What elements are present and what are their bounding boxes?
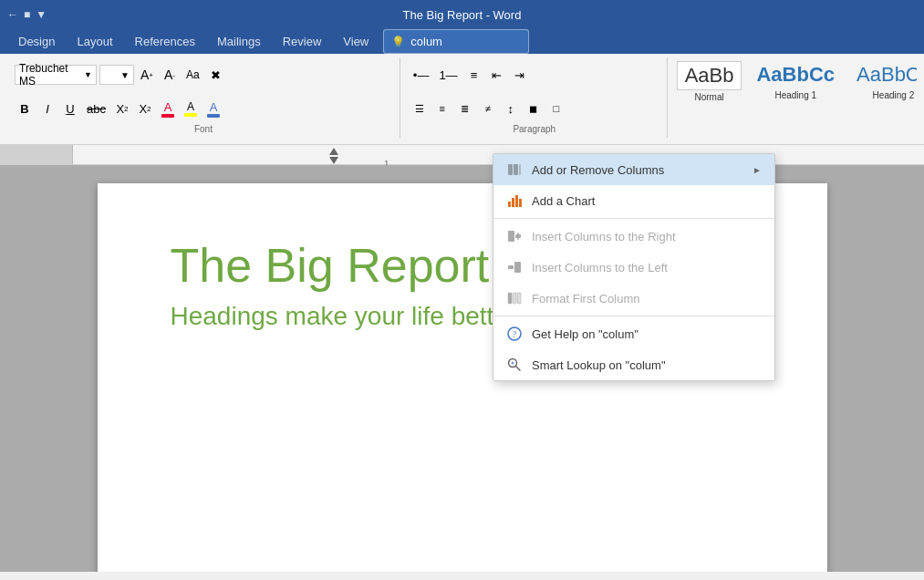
- font-name-selector[interactable]: Trebuchet MS ▼: [15, 65, 97, 85]
- styles-preview: AaBb Normal AaBbCc Heading 1 AaBbCc Head…: [670, 57, 917, 138]
- align-left-button[interactable]: ☰: [410, 98, 430, 119]
- style-normal[interactable]: AaBb Normal: [677, 61, 742, 102]
- ribbon: Trebuchet MS ▼ ▼ A+ A- Aa ✖ B I U abc X2…: [0, 54, 924, 145]
- svg-rect-12: [508, 265, 514, 269]
- superscript-button[interactable]: X2: [135, 98, 155, 119]
- font-grow-button[interactable]: A+: [137, 65, 157, 85]
- dropdown-label-format-first: Format First Column: [532, 292, 762, 306]
- dropdown-item-insert-right: Insert Columns to the Right: [493, 221, 774, 252]
- svg-rect-11: [514, 262, 521, 273]
- justify-button[interactable]: ≠: [478, 98, 498, 119]
- svg-rect-7: [508, 231, 514, 242]
- ribbon-tabs: Design Layout References Mailings Review…: [0, 29, 924, 54]
- table-cols-icon: [506, 161, 523, 178]
- font-row2: B I U abc X2 X2 A A: [15, 98, 223, 119]
- ribbon-search[interactable]: 💡: [383, 29, 529, 54]
- ruler[interactable]: 1 4: [0, 145, 924, 165]
- dropdown-item-add-remove-columns[interactable]: Add or Remove Columns ►: [493, 154, 774, 185]
- align-right-button[interactable]: ≣: [455, 98, 475, 119]
- highlight-button[interactable]: A: [181, 98, 201, 119]
- paragraph-group: •— 1— ≡ ⇤ ⇥ ☰ ≡ ≣ ≠ ↕ ◼ □ Paragraph: [402, 57, 668, 138]
- align-center-button[interactable]: ≡: [432, 98, 452, 119]
- dropdown-label-insert-right: Insert Columns to the Right: [532, 230, 762, 243]
- subscript-button[interactable]: X2: [112, 98, 132, 119]
- style-heading1[interactable]: AaBbCc Heading 1: [749, 61, 842, 100]
- style-heading2[interactable]: AaBbCc Heading 2: [849, 61, 917, 100]
- dropdown-item-insert-left: Insert Columns to the Left: [493, 252, 774, 283]
- svg-point-20: [512, 362, 514, 365]
- chart-icon: [506, 192, 523, 209]
- font-color-button[interactable]: A: [158, 98, 178, 119]
- dropdown-menu: Add or Remove Columns ► Add a Chart: [493, 153, 775, 381]
- title-bar: ← ■ ▼ The Big Report - Word: [0, 0, 924, 29]
- tab-design[interactable]: Design: [7, 29, 66, 54]
- tab-view[interactable]: View: [332, 29, 379, 54]
- svg-rect-1: [514, 164, 518, 175]
- para-row2: ☰ ≡ ≣ ≠ ↕ ◼ □: [410, 98, 566, 119]
- decrease-indent-button[interactable]: ⇤: [487, 65, 507, 85]
- paragraph-group-label: Paragraph: [513, 124, 555, 136]
- dropdown-label-add-remove-columns: Add or Remove Columns: [532, 163, 743, 177]
- dropdown-label-get-help: Get Help on "colum": [532, 327, 762, 341]
- font-case-button[interactable]: Aa: [182, 65, 203, 85]
- strikethrough-button[interactable]: abc: [83, 98, 109, 119]
- svg-line-19: [516, 367, 521, 371]
- dropdown-item-add-chart[interactable]: Add a Chart: [493, 185, 774, 216]
- italic-button[interactable]: I: [37, 98, 57, 119]
- tab-mailings[interactable]: Mailings: [206, 29, 272, 54]
- svg-rect-14: [513, 293, 516, 304]
- search-input[interactable]: [410, 35, 520, 48]
- svg-rect-13: [508, 293, 512, 304]
- search-icon: 💡: [391, 36, 405, 48]
- lookup-icon: [506, 357, 523, 373]
- font-shrink-button[interactable]: A-: [160, 65, 180, 85]
- numbering-button[interactable]: 1—: [435, 65, 461, 85]
- svg-rect-3: [508, 202, 511, 207]
- table-left-icon: [506, 259, 523, 275]
- svg-rect-0: [508, 164, 513, 175]
- dropdown-label-smart-lookup: Smart Lookup on "colum": [532, 358, 762, 372]
- clear-format-button[interactable]: ✖: [206, 65, 226, 85]
- svg-rect-15: [517, 293, 521, 304]
- tab-layout[interactable]: Layout: [66, 29, 123, 54]
- dropdown-item-get-help[interactable]: ? Get Help on "colum": [493, 318, 774, 349]
- tab-references[interactable]: References: [124, 29, 206, 54]
- multilevel-button[interactable]: ≡: [464, 65, 484, 85]
- font-size-selector[interactable]: ▼: [99, 65, 134, 85]
- shading-button[interactable]: ◼: [524, 98, 544, 119]
- para-row1: •— 1— ≡ ⇤ ⇥: [410, 65, 530, 85]
- dropdown-label-add-chart: Add a Chart: [532, 194, 762, 208]
- svg-rect-2: [519, 164, 521, 175]
- svg-rect-5: [515, 195, 518, 207]
- ruler-marker[interactable]: [329, 157, 338, 164]
- quick-access: ← ■ ▼: [7, 8, 47, 21]
- help-icon: ?: [506, 326, 523, 342]
- underline-button[interactable]: U: [60, 98, 80, 119]
- font-row1: Trebuchet MS ▼ ▼ A+ A- Aa ✖: [15, 65, 226, 85]
- svg-rect-6: [519, 199, 522, 207]
- borders-button[interactable]: □: [546, 98, 566, 119]
- svg-text:?: ?: [513, 329, 517, 339]
- dropdown-label-insert-left: Insert Columns to the Left: [532, 261, 762, 274]
- dropdown-item-format-first: Format First Column: [493, 283, 774, 314]
- paragraph-controls: •— 1— ≡ ⇤ ⇥ ☰ ≡ ≣ ≠ ↕ ◼ □: [410, 59, 659, 124]
- table-format-icon: [506, 290, 523, 306]
- dropdown-item-smart-lookup[interactable]: Smart Lookup on "colum": [493, 349, 774, 380]
- ruler-marker-bottom[interactable]: [329, 148, 338, 155]
- tab-review[interactable]: Review: [272, 29, 333, 54]
- search-results-dropdown: Add or Remove Columns ► Add a Chart: [493, 153, 775, 381]
- line-spacing-button[interactable]: ↕: [501, 98, 521, 119]
- bullets-button[interactable]: •—: [410, 65, 433, 85]
- dropdown-separator-1: [493, 218, 774, 219]
- svg-rect-4: [512, 198, 514, 207]
- font-controls: Trebuchet MS ▼ ▼ A+ A- Aa ✖ B I U abc X2…: [15, 59, 392, 124]
- font-group: Trebuchet MS ▼ ▼ A+ A- Aa ✖ B I U abc X2…: [7, 57, 400, 138]
- increase-indent-button[interactable]: ⇥: [510, 65, 530, 85]
- font-name-value: Trebuchet MS: [19, 62, 84, 88]
- text-effect-button[interactable]: A: [203, 98, 223, 119]
- table-right-icon: [506, 228, 523, 244]
- dropdown-separator-2: [493, 316, 774, 316]
- bold-button[interactable]: B: [15, 98, 35, 119]
- font-group-label: Font: [194, 124, 213, 136]
- window-title: The Big Report - Word: [403, 8, 522, 22]
